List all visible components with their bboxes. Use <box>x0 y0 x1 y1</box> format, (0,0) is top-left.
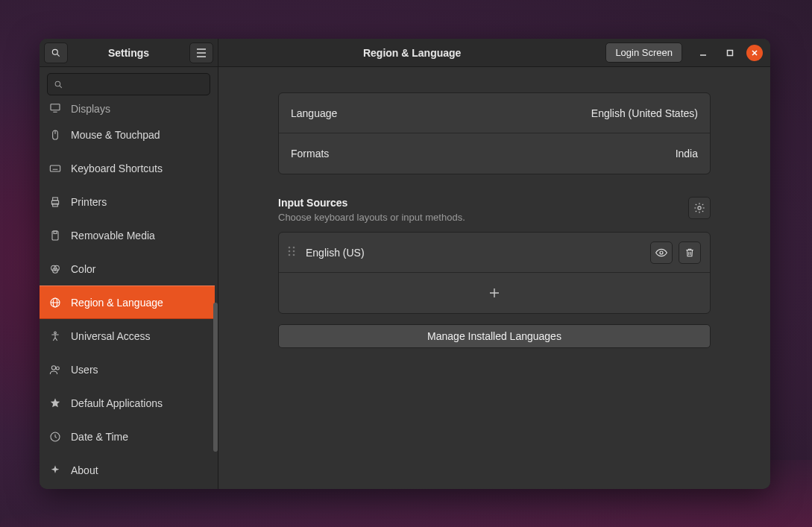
sidebar-nav-list: DisplaysMouse & TouchpadKeyboard Shortcu… <box>40 101 218 489</box>
sidebar-item-mouse-touchpad[interactable]: Mouse & Touchpad <box>40 118 215 151</box>
sidebar-item-about[interactable]: About <box>40 453 215 487</box>
sidebar-item-region-language[interactable]: Region & Language <box>40 285 215 319</box>
input-source-row[interactable]: English (US) <box>279 233 710 273</box>
svg-point-9 <box>55 81 60 86</box>
preview-layout-button[interactable] <box>650 242 673 264</box>
add-input-source-button[interactable] <box>279 273 710 313</box>
input-sources-heading: Input Sources <box>278 197 465 209</box>
sidebar: DisplaysMouse & TouchpadKeyboard Shortcu… <box>40 39 218 489</box>
titlebar-left: Settings <box>40 39 218 66</box>
svg-point-34 <box>56 367 59 370</box>
titlebar: Settings Region & Language Login Screen <box>40 39 770 67</box>
formats-value: India <box>676 148 698 160</box>
sidebar-search-wrap <box>40 67 218 101</box>
minimize-icon <box>699 49 707 57</box>
sidebar-search-box[interactable] <box>47 73 210 95</box>
svg-point-38 <box>293 247 295 249</box>
svg-point-39 <box>289 250 291 253</box>
locale-settings-list: Language English (United States) Formats… <box>278 92 711 174</box>
language-label: Language <box>291 107 337 119</box>
sidebar-item-displays[interactable]: Displays <box>40 101 215 118</box>
printer-icon <box>48 195 62 209</box>
sidebar-item-label: About <box>71 464 98 476</box>
svg-rect-23 <box>53 203 58 206</box>
sidebar-item-color[interactable]: Color <box>40 252 215 285</box>
search-icon <box>51 48 61 58</box>
svg-point-32 <box>54 332 57 334</box>
accessibility-icon <box>48 329 62 343</box>
window-close-button[interactable] <box>746 45 763 61</box>
svg-point-37 <box>289 247 291 249</box>
svg-line-10 <box>60 85 62 87</box>
sidebar-item-label: Displays <box>71 103 110 115</box>
sidebar-item-label: Region & Language <box>71 297 163 309</box>
svg-rect-6 <box>728 50 733 55</box>
mouse-icon <box>48 128 62 142</box>
sidebar-item-label: Universal Access <box>71 330 151 342</box>
sidebar-item-label: Color <box>71 263 95 275</box>
svg-rect-22 <box>53 198 58 201</box>
sidebar-item-label: Default Applications <box>71 397 163 409</box>
language-row[interactable]: Language English (United States) <box>279 93 710 133</box>
input-sources-settings-button[interactable] <box>688 197 711 219</box>
sidebar-item-default-applications[interactable]: Default Applications <box>40 386 215 420</box>
svg-rect-11 <box>51 104 60 110</box>
formats-row[interactable]: Formats India <box>279 133 710 174</box>
input-sources-header: Input Sources Choose keyboard layouts or… <box>278 197 711 223</box>
sidebar-item-keyboard-shortcuts[interactable]: Keyboard Shortcuts <box>40 151 215 185</box>
close-icon <box>751 49 758 57</box>
sidebar-item-users[interactable]: Users <box>40 353 215 386</box>
drag-handle-icon[interactable] <box>288 246 295 259</box>
language-value: English (United States) <box>591 107 698 119</box>
trash-icon <box>684 247 695 258</box>
svg-point-42 <box>293 254 295 256</box>
removable-media-icon <box>48 229 62 242</box>
input-source-label: English (US) <box>306 247 644 259</box>
app-title: Settings <box>71 47 186 59</box>
sidebar-item-label: Keyboard Shortcuts <box>71 162 163 174</box>
window-maximize-button[interactable] <box>720 42 740 63</box>
sidebar-item-removable-media[interactable]: Removable Media <box>40 218 215 252</box>
svg-line-1 <box>57 54 59 56</box>
star-icon <box>48 397 62 410</box>
display-icon <box>48 101 62 115</box>
svg-point-41 <box>289 254 291 256</box>
hamburger-menu-button[interactable] <box>189 42 213 63</box>
plus-icon <box>489 288 500 298</box>
remove-source-button[interactable] <box>679 242 701 264</box>
svg-point-40 <box>293 250 295 253</box>
globe-icon <box>48 296 62 309</box>
sidebar-item-date-time[interactable]: Date & Time <box>40 420 215 453</box>
content-inner: Language English (United States) Formats… <box>278 67 711 348</box>
sidebar-scrollthumb[interactable] <box>213 303 218 452</box>
page-title: Region & Language <box>218 47 605 59</box>
users-icon <box>48 363 62 376</box>
hamburger-icon <box>196 48 207 57</box>
svg-point-0 <box>52 49 57 54</box>
gear-icon <box>693 202 705 214</box>
sidebar-item-label: Mouse & Touchpad <box>71 129 160 141</box>
svg-rect-24 <box>52 231 58 240</box>
sidebar-item-universal-access[interactable]: Universal Access <box>40 319 215 353</box>
titlebar-search-button[interactable] <box>44 42 68 63</box>
sidebar-item-printers[interactable]: Printers <box>40 185 215 218</box>
manage-languages-button[interactable]: Manage Installed Languages <box>278 324 711 348</box>
sidebar-item-label: Printers <box>71 196 107 208</box>
settings-window: Settings Region & Language Login Screen <box>40 39 770 489</box>
login-screen-button[interactable]: Login Screen <box>605 42 682 63</box>
svg-rect-25 <box>54 231 57 233</box>
formats-label: Formats <box>291 148 329 160</box>
sidebar-item-label: Date & Time <box>71 431 128 443</box>
svg-rect-15 <box>50 165 60 171</box>
content-pane: Language English (United States) Formats… <box>218 39 770 489</box>
window-minimize-button[interactable] <box>693 42 714 63</box>
sidebar-search-input[interactable] <box>68 79 204 90</box>
input-sources-list: English (US) <box>278 232 711 314</box>
clock-icon <box>48 430 62 444</box>
input-sources-subheading: Choose keyboard layouts or input methods… <box>278 212 465 223</box>
titlebar-right: Region & Language Login Screen <box>218 39 770 66</box>
sidebar-scrollbar[interactable] <box>213 106 218 485</box>
keyboard-icon <box>48 162 62 175</box>
search-icon <box>54 80 63 89</box>
svg-point-43 <box>660 251 663 254</box>
